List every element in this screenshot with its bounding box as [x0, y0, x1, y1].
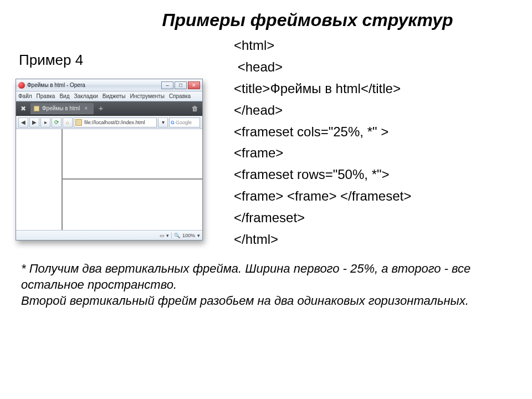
code-line: </head>: [234, 103, 283, 117]
page-title: Примеры фреймовых структур: [0, 0, 532, 35]
code-line: <title>Фреймы в html</title>: [234, 81, 401, 96]
menu-item[interactable]: Виджеты: [103, 93, 126, 99]
frame-right-top: [63, 129, 202, 180]
code-line: </frameset>: [234, 210, 305, 225]
search-placeholder: Google: [176, 120, 192, 125]
menu-item[interactable]: Файл: [18, 93, 32, 99]
google-icon: G: [171, 120, 175, 125]
forward-button[interactable]: ▶: [29, 117, 39, 127]
minimize-button[interactable]: –: [161, 81, 173, 89]
window-titlebar: Фреймы в html - Opera – □ ✕: [16, 79, 202, 91]
status-bar: ▭ ▾ 🔍 100% ▾: [16, 230, 202, 240]
frame-right-container: [63, 129, 202, 230]
new-tab-button[interactable]: ＋: [96, 104, 106, 114]
footnote: * Получим два вертикальных фрейма. Ширин…: [0, 250, 532, 309]
address-input[interactable]: file://localhost/D:/index.html: [74, 117, 157, 127]
window-title-text: Фреймы в html - Opera: [27, 82, 161, 88]
code-line: <frame> <frame> </frameset>: [234, 188, 411, 203]
footnote-line: Второй вертикальный фрейм разобьем на дв…: [21, 293, 511, 309]
menu-item[interactable]: Инструменты: [130, 93, 165, 99]
wrench-icon[interactable]: ✖: [18, 104, 28, 114]
code-line: <frameset cols="25%, *" >: [234, 124, 388, 139]
page-favicon-icon: [75, 119, 82, 126]
tab-bar: ✖ Фреймы в html × ＋ 🗑: [16, 101, 202, 116]
opera-icon: [18, 82, 25, 89]
code-line: <frame>: [234, 145, 283, 160]
tab-close-icon[interactable]: ×: [83, 105, 89, 112]
maximize-button[interactable]: □: [175, 81, 187, 89]
footnote-line: * Получим два вертикальных фрейма. Ширин…: [21, 260, 511, 293]
frame-left: [16, 129, 63, 230]
code-line: <head>: [234, 59, 283, 74]
view-mode-icon[interactable]: ▭ ▾: [160, 233, 169, 238]
menu-item[interactable]: Правка: [37, 93, 55, 99]
browser-window: Фреймы в html - Opera – □ ✕ Файл Правка …: [16, 79, 203, 241]
address-dropdown-icon[interactable]: ▾: [158, 117, 168, 127]
code-block: <html> <head> <title>Фреймы в html</titl…: [234, 35, 516, 250]
zoom-dropdown-icon[interactable]: ▾: [197, 233, 200, 238]
rewind-button[interactable]: ▸: [40, 117, 50, 127]
search-input[interactable]: G Google: [169, 117, 200, 127]
code-line: <frameset rows="50%, *">: [234, 167, 390, 182]
close-button[interactable]: ✕: [188, 81, 200, 89]
address-text: file://localhost/D:/index.html: [84, 120, 145, 125]
tab-favicon-icon: [34, 106, 39, 111]
frame-right-bottom: [63, 180, 202, 230]
address-bar: ◀ ▶ ▸ ⟳ ⌂ file://localhost/D:/index.html…: [16, 116, 202, 129]
page-viewport: [16, 129, 202, 230]
home-button[interactable]: ⌂: [63, 117, 73, 127]
example-label: Пример 4: [19, 52, 226, 69]
reload-button[interactable]: ⟳: [52, 117, 62, 127]
menu-item[interactable]: Вид: [59, 93, 69, 99]
zoom-value: 100%: [182, 233, 195, 238]
trash-icon[interactable]: 🗑: [190, 104, 200, 114]
browser-tab[interactable]: Фреймы в html ×: [30, 103, 94, 114]
tab-label: Фреймы в html: [42, 105, 80, 111]
menu-bar: Файл Правка Вид Закладки Виджеты Инструм…: [16, 91, 202, 101]
menu-item[interactable]: Закладки: [74, 93, 98, 99]
code-line: <html>: [234, 38, 274, 53]
menu-item[interactable]: Справка: [169, 93, 191, 99]
code-line: </html>: [234, 232, 278, 247]
back-button[interactable]: ◀: [18, 117, 28, 127]
zoom-icon[interactable]: 🔍: [174, 233, 180, 238]
